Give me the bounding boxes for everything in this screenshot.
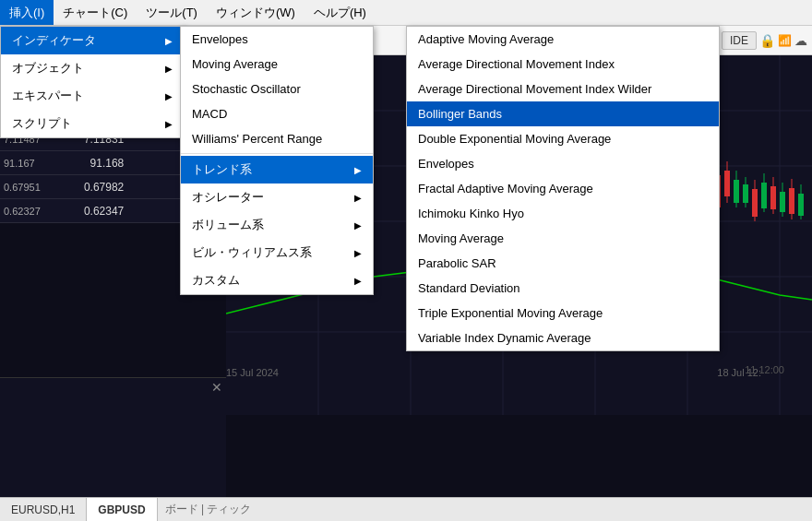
dd-adaptive-ma[interactable]: Adaptive Moving Average	[407, 27, 719, 52]
dd-tema[interactable]: Triple Exponential Moving Average	[407, 301, 719, 326]
dd-custom[interactable]: カスタム ▶	[181, 266, 373, 294]
menu-tools[interactable]: ツール(T)	[137, 0, 207, 25]
time-label: 11 12:00	[745, 364, 784, 375]
tab-tick-board: ボード | ティック	[158, 498, 259, 521]
chart-dates: 15 Jul 2024 18 Jul 12:	[226, 367, 761, 378]
menu-help[interactable]: ヘルプ(H)	[304, 0, 376, 25]
menu-bar: 挿入(I) チャート(C) ツール(T) ウィンドウ(W) ヘルプ(H)	[0, 0, 812, 26]
dd-oscillator[interactable]: オシレーター ▶	[181, 184, 373, 211]
menu-window[interactable]: ウィンドウ(W)	[207, 0, 304, 25]
dd-dema[interactable]: Double Exponential Moving Average	[407, 126, 719, 151]
dd-expert[interactable]: エキスパート ▶	[1, 82, 184, 110]
dd-ichimoku[interactable]: Ichimoku Kinko Hyo	[407, 201, 719, 226]
dd-std-dev[interactable]: Standard Deviation	[407, 276, 719, 301]
dd-parabolic[interactable]: Parabolic SAR	[407, 251, 719, 276]
dd-object[interactable]: オブジェクト ▶	[1, 54, 184, 82]
signal-icon: 📶	[778, 34, 792, 47]
lock-icon: 🔒	[759, 33, 775, 48]
trend-dropdown: Adaptive Moving Average Average Directio…	[406, 26, 720, 351]
dd-envelopes[interactable]: Envelopes	[181, 27, 373, 52]
insert-dropdown: インディケータ ▶ オブジェクト ▶ エキスパート ▶ スクリプト ▶	[0, 26, 185, 138]
dd-macd[interactable]: MACD	[181, 101, 373, 126]
dd-indicator[interactable]: インディケータ ▶	[1, 27, 184, 54]
date-label-1: 15 Jul 2024	[226, 367, 279, 378]
dd-stochastic[interactable]: Stochastic Oscillator	[181, 77, 373, 101]
tab-eurusd[interactable]: EURUSD,H1	[0, 498, 87, 521]
dd-volume[interactable]: ボリューム系 ▶	[181, 211, 373, 239]
dd-moving-average[interactable]: Moving Average	[181, 52, 373, 77]
dd-bill-williams[interactable]: ビル・ウィリアムス系 ▶	[181, 239, 373, 266]
sub-panel: ✕	[0, 377, 226, 497]
dd-vida[interactable]: Variable Index Dynamic Average	[407, 326, 719, 350]
menu-insert[interactable]: 挿入(I)	[0, 0, 54, 25]
dd-frama[interactable]: Fractal Adaptive Moving Average	[407, 176, 719, 201]
menu-chart[interactable]: チャート(C)	[54, 0, 137, 25]
dd-envelopes2[interactable]: Envelopes	[407, 151, 719, 176]
close-icon[interactable]: ✕	[211, 380, 222, 395]
dd-williams[interactable]: Williams' Percent Range	[181, 126, 373, 151]
dd-adx[interactable]: Average Directional Movement Index	[407, 52, 719, 77]
dd-ma[interactable]: Moving Average	[407, 226, 719, 251]
separator	[181, 153, 373, 154]
dd-bollinger[interactable]: Bollinger Bands	[407, 101, 719, 126]
dd-script[interactable]: スクリプト ▶	[1, 110, 184, 137]
dd-adx-wilder[interactable]: Average Directional Movement Index Wilde…	[407, 77, 719, 101]
bottom-tabs: EURUSD,H1 GBPUSD ボード | ティック	[0, 497, 812, 521]
cloud-icon: ☁	[794, 33, 807, 48]
dd-trend[interactable]: トレンド系 ▶	[181, 156, 373, 184]
tab-gbpusd[interactable]: GBPUSD	[87, 498, 157, 521]
indicator-dropdown: Envelopes Moving Average Stochastic Osci…	[180, 26, 374, 295]
ide-button[interactable]: IDE	[722, 31, 757, 50]
